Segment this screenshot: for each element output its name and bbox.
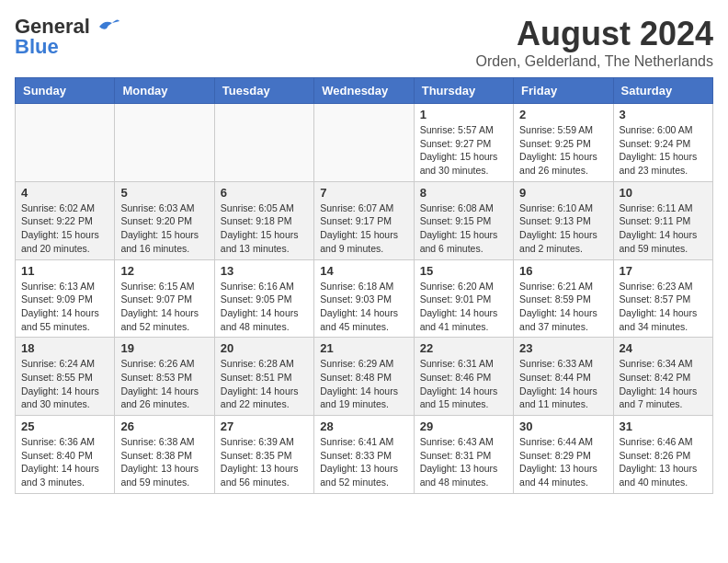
calendar-header-row: SundayMondayTuesdayWednesdayThursdayFrid… xyxy=(16,78,713,104)
calendar-cell: 17Sunrise: 6:23 AM Sunset: 8:57 PM Dayli… xyxy=(613,259,712,338)
day-number: 28 xyxy=(320,419,407,433)
day-number: 25 xyxy=(21,419,108,433)
calendar-cell: 13Sunrise: 6:16 AM Sunset: 9:05 PM Dayli… xyxy=(214,259,313,338)
day-number: 21 xyxy=(320,341,407,355)
calendar-cell: 6Sunrise: 6:05 AM Sunset: 9:18 PM Daylig… xyxy=(214,181,313,259)
weekday-header-friday: Friday xyxy=(514,78,613,104)
day-number: 14 xyxy=(320,264,407,278)
day-number: 7 xyxy=(320,186,407,200)
calendar-cell: 28Sunrise: 6:41 AM Sunset: 8:33 PM Dayli… xyxy=(314,416,414,494)
day-info: Sunrise: 6:23 AM Sunset: 8:57 PM Dayligh… xyxy=(620,280,707,334)
day-number: 30 xyxy=(519,419,607,433)
day-number: 6 xyxy=(221,186,308,200)
day-number: 2 xyxy=(519,108,607,121)
calendar-cell: 29Sunrise: 6:43 AM Sunset: 8:31 PM Dayli… xyxy=(414,416,513,494)
day-info: Sunrise: 5:59 AM Sunset: 9:25 PM Dayligh… xyxy=(519,123,607,178)
day-info: Sunrise: 6:33 AM Sunset: 8:44 PM Dayligh… xyxy=(519,357,607,411)
calendar-cell xyxy=(16,104,115,182)
day-info: Sunrise: 6:29 AM Sunset: 8:48 PM Dayligh… xyxy=(320,357,407,411)
day-info: Sunrise: 6:18 AM Sunset: 9:03 PM Dayligh… xyxy=(320,280,407,334)
day-info: Sunrise: 6:36 AM Sunset: 8:40 PM Dayligh… xyxy=(21,435,108,489)
weekday-header-wednesday: Wednesday xyxy=(314,78,414,104)
day-info: Sunrise: 6:20 AM Sunset: 9:01 PM Dayligh… xyxy=(420,280,507,334)
calendar-week-row: 18Sunrise: 6:24 AM Sunset: 8:55 PM Dayli… xyxy=(16,338,713,416)
calendar-cell xyxy=(115,104,214,182)
day-number: 13 xyxy=(221,264,308,278)
day-number: 20 xyxy=(221,341,308,355)
location-subtitle: Orden, Gelderland, The Netherlands xyxy=(475,53,713,70)
day-info: Sunrise: 6:39 AM Sunset: 8:35 PM Dayligh… xyxy=(221,435,308,489)
calendar-cell: 1Sunrise: 5:57 AM Sunset: 9:27 PM Daylig… xyxy=(414,104,513,182)
calendar-week-row: 11Sunrise: 6:13 AM Sunset: 9:09 PM Dayli… xyxy=(16,259,713,338)
day-number: 17 xyxy=(620,264,707,278)
day-info: Sunrise: 6:08 AM Sunset: 9:15 PM Dayligh… xyxy=(420,201,507,256)
day-number: 23 xyxy=(519,341,607,355)
day-info: Sunrise: 6:03 AM Sunset: 9:20 PM Dayligh… xyxy=(120,201,208,256)
calendar-cell: 26Sunrise: 6:38 AM Sunset: 8:38 PM Dayli… xyxy=(115,416,214,494)
weekday-header-saturday: Saturday xyxy=(613,78,712,104)
day-info: Sunrise: 6:41 AM Sunset: 8:33 PM Dayligh… xyxy=(320,435,407,489)
calendar-cell: 14Sunrise: 6:18 AM Sunset: 9:03 PM Dayli… xyxy=(314,259,414,338)
calendar-cell: 22Sunrise: 6:31 AM Sunset: 8:46 PM Dayli… xyxy=(414,338,513,416)
day-number: 31 xyxy=(620,419,707,433)
page-header: General Blue August 2024 Orden, Gelderla… xyxy=(15,15,713,70)
day-info: Sunrise: 6:15 AM Sunset: 9:07 PM Dayligh… xyxy=(120,280,208,334)
day-info: Sunrise: 6:02 AM Sunset: 9:22 PM Dayligh… xyxy=(21,201,108,256)
weekday-header-monday: Monday xyxy=(115,78,214,104)
calendar-week-row: 1Sunrise: 5:57 AM Sunset: 9:27 PM Daylig… xyxy=(16,104,713,182)
calendar-cell: 15Sunrise: 6:20 AM Sunset: 9:01 PM Dayli… xyxy=(414,259,513,338)
calendar-week-row: 4Sunrise: 6:02 AM Sunset: 9:22 PM Daylig… xyxy=(16,181,713,259)
calendar-table: SundayMondayTuesdayWednesdayThursdayFrid… xyxy=(15,77,713,494)
day-info: Sunrise: 6:43 AM Sunset: 8:31 PM Dayligh… xyxy=(420,435,507,489)
calendar-cell: 3Sunrise: 6:00 AM Sunset: 9:24 PM Daylig… xyxy=(613,104,712,182)
day-info: Sunrise: 6:16 AM Sunset: 9:05 PM Dayligh… xyxy=(221,280,308,334)
day-info: Sunrise: 6:00 AM Sunset: 9:24 PM Dayligh… xyxy=(620,123,707,178)
calendar-week-row: 25Sunrise: 6:36 AM Sunset: 8:40 PM Dayli… xyxy=(16,416,713,494)
logo-blue: Blue xyxy=(15,35,59,59)
calendar-cell: 2Sunrise: 5:59 AM Sunset: 9:25 PM Daylig… xyxy=(514,104,613,182)
weekday-header-tuesday: Tuesday xyxy=(214,78,313,104)
day-info: Sunrise: 6:28 AM Sunset: 8:51 PM Dayligh… xyxy=(221,357,308,411)
day-number: 26 xyxy=(120,419,208,433)
calendar-cell: 11Sunrise: 6:13 AM Sunset: 9:09 PM Dayli… xyxy=(16,259,115,338)
day-info: Sunrise: 6:38 AM Sunset: 8:38 PM Dayligh… xyxy=(120,435,208,489)
day-number: 10 xyxy=(620,186,707,200)
day-number: 29 xyxy=(420,419,507,433)
day-info: Sunrise: 6:11 AM Sunset: 9:11 PM Dayligh… xyxy=(620,201,707,256)
calendar-cell: 4Sunrise: 6:02 AM Sunset: 9:22 PM Daylig… xyxy=(16,181,115,259)
day-number: 24 xyxy=(620,341,707,355)
day-info: Sunrise: 6:46 AM Sunset: 8:26 PM Dayligh… xyxy=(620,435,707,489)
calendar-cell: 31Sunrise: 6:46 AM Sunset: 8:26 PM Dayli… xyxy=(613,416,712,494)
day-info: Sunrise: 6:26 AM Sunset: 8:53 PM Dayligh… xyxy=(120,357,208,411)
calendar-cell: 24Sunrise: 6:34 AM Sunset: 8:42 PM Dayli… xyxy=(613,338,712,416)
calendar-cell: 10Sunrise: 6:11 AM Sunset: 9:11 PM Dayli… xyxy=(613,181,712,259)
title-block: August 2024 Orden, Gelderland, The Nethe… xyxy=(475,15,713,70)
day-number: 22 xyxy=(420,341,507,355)
calendar-cell: 18Sunrise: 6:24 AM Sunset: 8:55 PM Dayli… xyxy=(16,338,115,416)
calendar-cell: 20Sunrise: 6:28 AM Sunset: 8:51 PM Dayli… xyxy=(214,338,313,416)
day-info: Sunrise: 5:57 AM Sunset: 9:27 PM Dayligh… xyxy=(420,123,507,178)
calendar-cell: 19Sunrise: 6:26 AM Sunset: 8:53 PM Dayli… xyxy=(115,338,214,416)
day-info: Sunrise: 6:13 AM Sunset: 9:09 PM Dayligh… xyxy=(21,280,108,334)
day-info: Sunrise: 6:10 AM Sunset: 9:13 PM Dayligh… xyxy=(519,201,607,256)
logo-bird-icon xyxy=(92,16,119,38)
calendar-cell: 9Sunrise: 6:10 AM Sunset: 9:13 PM Daylig… xyxy=(514,181,613,259)
calendar-cell: 23Sunrise: 6:33 AM Sunset: 8:44 PM Dayli… xyxy=(514,338,613,416)
day-info: Sunrise: 6:44 AM Sunset: 8:29 PM Dayligh… xyxy=(519,435,607,489)
calendar-cell xyxy=(214,104,313,182)
calendar-cell: 25Sunrise: 6:36 AM Sunset: 8:40 PM Dayli… xyxy=(16,416,115,494)
day-number: 19 xyxy=(120,341,208,355)
day-info: Sunrise: 6:05 AM Sunset: 9:18 PM Dayligh… xyxy=(221,201,308,256)
calendar-cell: 7Sunrise: 6:07 AM Sunset: 9:17 PM Daylig… xyxy=(314,181,414,259)
day-number: 18 xyxy=(21,341,108,355)
weekday-header-thursday: Thursday xyxy=(414,78,513,104)
day-info: Sunrise: 6:21 AM Sunset: 8:59 PM Dayligh… xyxy=(519,280,607,334)
calendar-cell: 30Sunrise: 6:44 AM Sunset: 8:29 PM Dayli… xyxy=(514,416,613,494)
day-info: Sunrise: 6:34 AM Sunset: 8:42 PM Dayligh… xyxy=(620,357,707,411)
calendar-cell: 21Sunrise: 6:29 AM Sunset: 8:48 PM Dayli… xyxy=(314,338,414,416)
month-year-title: August 2024 xyxy=(475,15,713,53)
day-number: 8 xyxy=(420,186,507,200)
day-number: 1 xyxy=(420,108,507,121)
day-number: 3 xyxy=(620,108,707,121)
day-info: Sunrise: 6:07 AM Sunset: 9:17 PM Dayligh… xyxy=(320,201,407,256)
